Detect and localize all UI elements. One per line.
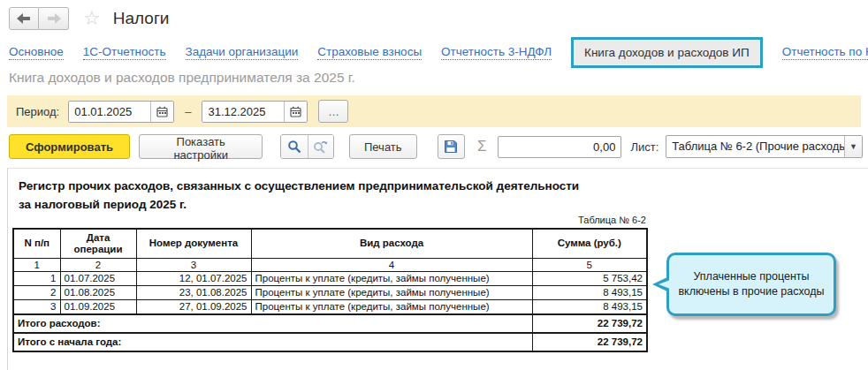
period-label: Период: <box>16 105 59 118</box>
forward-button[interactable] <box>39 7 69 30</box>
tab-3ndfl-reporting[interactable]: Отчетность 3-НДФЛ <box>441 45 552 60</box>
table-row: 1 01.07.2025 12, 01.07.2025 Проценты к у… <box>13 271 647 285</box>
annotation-callout: Уплаченные проценты включены в прочие ра… <box>666 253 836 316</box>
cell-num: 2 <box>13 285 60 299</box>
expenses-table: N п/п Дата операции Номер документа Вид … <box>12 228 648 352</box>
chevron-down-icon[interactable]: ▼ <box>844 136 862 157</box>
generate-button[interactable]: Сформировать <box>9 134 130 159</box>
period-to-input[interactable] <box>202 102 284 122</box>
column-number: 1 <box>13 258 60 271</box>
period-from-input[interactable] <box>69 102 150 122</box>
cell-sum: 5 753,42 <box>532 271 647 285</box>
cell-sum: 8 493,15 <box>532 285 647 299</box>
nav-button-group <box>9 7 69 30</box>
window-header: ☆ Налоги <box>9 7 169 30</box>
callout-line2: включены в прочие расходы <box>678 284 824 299</box>
cell-date: 01.08.2025 <box>60 285 136 299</box>
search-button[interactable] <box>281 135 307 158</box>
cell-date: 01.07.2025 <box>60 271 136 285</box>
back-button[interactable] <box>9 7 39 30</box>
search-icon <box>287 140 301 154</box>
tab-1c-reporting[interactable]: 1С-Отчетность <box>83 45 166 60</box>
table-row: 3 01.09.2025 27, 01.09.2025 Проценты к у… <box>13 299 647 314</box>
col-header-kind: Вид расхода <box>251 229 532 258</box>
back-arrow-icon <box>17 13 31 24</box>
table-header-row: N п/п Дата операции Номер документа Вид … <box>13 229 647 258</box>
save-button[interactable] <box>438 134 465 159</box>
cell-doc: 12, 01.07.2025 <box>136 271 251 285</box>
period-bar: Период: – … <box>7 95 861 127</box>
cell-kind: Проценты к уплате (кредиты, займы получе… <box>251 299 532 314</box>
tab-insurance-contributions[interactable]: Страховые взносы <box>317 45 422 60</box>
search-next-icon <box>313 140 328 154</box>
period-more-button[interactable]: … <box>318 100 348 123</box>
page-title: Налоги <box>113 9 170 28</box>
cell-kind: Проценты к уплате (кредиты, займы получе… <box>251 271 532 285</box>
callout-line1: Уплаченные проценты <box>693 269 809 284</box>
column-number: 3 <box>136 258 251 271</box>
period-to-field <box>202 101 308 123</box>
search-button-group <box>280 134 334 159</box>
total-expenses-label: Итого расходов: <box>13 314 532 333</box>
cell-num: 3 <box>13 299 60 314</box>
table-caption: Таблица № 6-2 <box>12 215 646 225</box>
col-header-date: Дата операции <box>60 229 136 258</box>
print-button[interactable]: Печать <box>349 134 417 159</box>
report-title-line2: за налоговый период 2025 г. <box>19 195 579 214</box>
sum-sigma-button[interactable]: Σ <box>477 138 487 155</box>
calendar-button-from[interactable] <box>150 102 173 122</box>
tab-bar: Основное 1С-Отчетность Задачи организаци… <box>9 35 864 69</box>
tab-vat-reporting[interactable]: Отчетность по НДС <box>782 45 868 60</box>
column-number: 4 <box>251 258 532 271</box>
cell-num: 1 <box>13 271 60 285</box>
col-header-doc: Номер документа <box>136 229 251 258</box>
total-ytd-label: Итого с начала года: <box>13 333 532 351</box>
cell-sum: 8 493,15 <box>532 299 647 314</box>
cell-doc: 23, 01.08.2025 <box>136 285 251 299</box>
col-header-sum: Сумма (руб.) <box>532 229 647 258</box>
sum-value-input[interactable] <box>498 136 621 158</box>
cell-doc: 27, 01.09.2025 <box>136 299 251 314</box>
period-from-field <box>68 101 174 123</box>
cell-kind: Проценты к уплате (кредиты, займы получе… <box>251 285 532 299</box>
total-expenses-row: Итого расходов: 22 739,72 <box>13 314 647 333</box>
report-toolbar: Сформировать Показать настройки Печать Σ… <box>9 133 863 160</box>
period-dash: – <box>185 105 191 118</box>
tab-organization-tasks[interactable]: Задачи организации <box>186 45 299 60</box>
calendar-icon <box>156 106 168 117</box>
report-subtitle: Книга доходов и расходов предпринимателя… <box>9 70 355 86</box>
report-view: Регистр прочих расходов, связанных с осу… <box>7 168 868 370</box>
calendar-button-to[interactable] <box>284 102 307 122</box>
sheet-label: Лист: <box>630 140 659 154</box>
forward-arrow-icon <box>47 13 61 24</box>
column-number: 5 <box>532 258 647 271</box>
report-title-line1: Регистр прочих расходов, связанных с осу… <box>19 177 579 195</box>
favorites-star-icon[interactable]: ☆ <box>83 7 101 30</box>
column-number: 2 <box>60 258 136 271</box>
total-ytd-value: 22 739,72 <box>532 333 647 351</box>
search-next-button[interactable] <box>308 135 333 158</box>
column-number-row: 1 2 3 4 5 <box>13 258 647 271</box>
tab-main[interactable]: Основное <box>9 45 64 60</box>
calendar-icon <box>290 106 301 117</box>
show-settings-button[interactable]: Показать настройки <box>139 134 263 159</box>
total-ytd-row: Итого с начала года: 22 739,72 <box>13 333 647 351</box>
col-header-num: N п/п <box>13 229 60 258</box>
table-row: 2 01.08.2025 23, 01.08.2025 Проценты к у… <box>13 285 647 299</box>
sheet-select[interactable]: Таблица № 6-2 (Прочие расходы) ▼ <box>666 135 863 158</box>
cell-date: 01.09.2025 <box>60 299 136 314</box>
report-title: Регистр прочих расходов, связанных с осу… <box>19 177 579 214</box>
sheet-select-value: Таблица № 6-2 (Прочие расходы) <box>666 136 844 157</box>
tab-income-expense-book[interactable]: Книга доходов и расходов ИП <box>571 37 763 68</box>
total-expenses-value: 22 739,72 <box>532 314 647 333</box>
save-diskette-icon <box>444 140 458 154</box>
